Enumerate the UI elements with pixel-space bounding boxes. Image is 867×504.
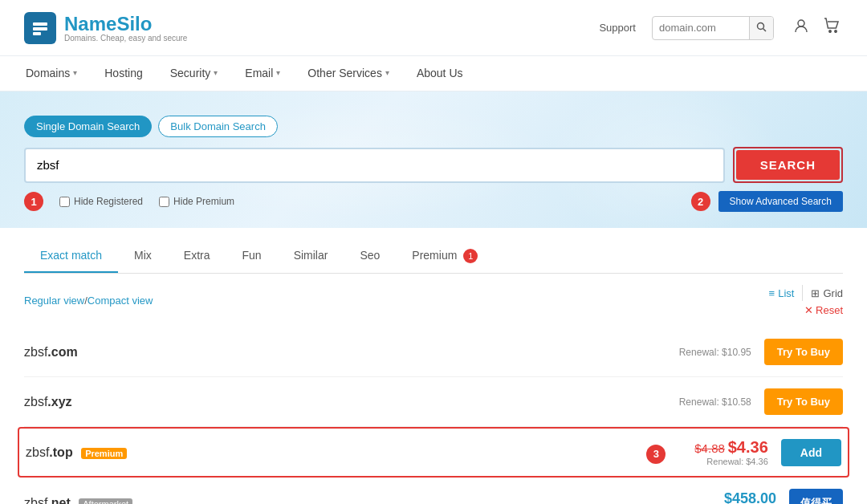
compact-view-link[interactable]: Compact view	[88, 295, 153, 307]
premium-label-top: Premium	[81, 448, 127, 459]
options-row: 1 Hide Registered Hide Premium 2 Show Ad…	[24, 191, 843, 212]
domain-row-xyz: zbsf.xyz Renewal: $10.58 Try To Buy	[24, 377, 843, 427]
tab-exact-match[interactable]: Exact match	[24, 241, 118, 273]
reset-button[interactable]: ✕ Reset	[804, 304, 843, 316]
list-icon: ≡	[769, 287, 775, 299]
tab-fun[interactable]: Fun	[226, 241, 278, 273]
domain-row-right-xyz: Renewal: $10.58 Try To Buy	[679, 388, 843, 415]
advanced-search-button[interactable]: Show Advanced Search	[718, 191, 843, 212]
search-btn-wrapper: SEARCH	[733, 147, 843, 183]
hide-registered-label[interactable]: Hide Registered	[59, 196, 143, 207]
price-stack-net: $458.00 Renewal: $11.79	[710, 490, 776, 505]
domain-name-net: zbsf.net Aftermarket	[24, 496, 710, 504]
price-strikethrough-top: $4.88	[694, 441, 725, 455]
logo-title: NameSilo	[64, 13, 187, 35]
top-search-button[interactable]	[749, 17, 773, 39]
main-nav: Domains ▾ Hosting Security ▾ Email ▾ Oth…	[0, 56, 867, 91]
cart-icon-button[interactable]	[820, 16, 843, 39]
nav-item-email[interactable]: Email ▾	[243, 56, 282, 91]
svg-point-7	[835, 30, 836, 32]
domain-row-com: zbsf.com Renewal: $10.95 Try To Buy	[24, 327, 843, 377]
hide-premium-checkbox[interactable]	[159, 197, 169, 207]
add-button-top[interactable]: Add	[781, 439, 841, 466]
view-links: Regular view/Compact view	[24, 295, 153, 307]
tab-extra[interactable]: Extra	[168, 241, 226, 273]
domain-name-top: zbsf.top Premium	[26, 445, 686, 460]
tab-seo[interactable]: Seo	[344, 241, 396, 273]
tab-premium[interactable]: Premium 1	[396, 241, 494, 273]
domain-row-right-net: $458.00 Renewal: $11.79 值得买	[710, 489, 843, 504]
tab-bulk-domain[interactable]: Bulk Domain Search	[158, 116, 278, 137]
domain-row-net: zbsf.net Aftermarket $458.00 Renewal: $1…	[24, 478, 843, 504]
grid-view-button[interactable]: ⊞ Grid	[811, 287, 843, 299]
svg-line-4	[763, 28, 767, 31]
try-to-buy-button-com[interactable]: Try To Buy	[764, 339, 843, 365]
hero-section: Single Domain Search Bulk Domain Search …	[0, 91, 867, 228]
domain-row-right-top: $4.88 $4.36 Renewal: $4.36 Add	[694, 438, 841, 466]
tab-single-domain[interactable]: Single Domain Search	[24, 116, 152, 137]
domain-list: zbsf.com Renewal: $10.95 Try To Buy zbsf…	[24, 327, 843, 504]
chevron-down-icon: ▾	[276, 68, 280, 77]
step1-wrapper: 1	[24, 192, 43, 211]
domain-name-xyz: zbsf.xyz	[24, 395, 679, 409]
domain-search-input[interactable]	[24, 148, 725, 183]
renewal-com: Renewal: $10.95	[679, 347, 751, 358]
hide-premium-label[interactable]: Hide Premium	[159, 196, 234, 207]
aftermarket-price-net: $458.00	[710, 490, 776, 505]
logo-tagline: Domains. Cheap, easy and secure	[64, 34, 187, 43]
nav-item-hosting[interactable]: Hosting	[103, 56, 144, 91]
domain-row-right-com: Renewal: $10.95 Try To Buy	[679, 339, 843, 365]
hide-registered-checkbox[interactable]	[59, 197, 70, 207]
aftermarket-label-net: Aftermarket	[79, 498, 132, 504]
close-icon: ✕	[804, 304, 813, 316]
domain-row-top: zbsf.top Premium 3 $4.88 $4.36 Renewal: …	[18, 427, 849, 478]
view-options: Regular view/Compact view ≡ List ⊞ Grid …	[24, 274, 843, 321]
renewal-xyz: Renewal: $10.58	[679, 396, 751, 408]
divider	[802, 285, 803, 301]
price-renewal-top: Renewal: $4.36	[694, 457, 768, 466]
logo-area: NameSilo Domains. Cheap, easy and secure	[24, 12, 187, 44]
aftermarket-button-net[interactable]: 值得买	[789, 489, 843, 504]
list-view-button[interactable]: ≡ List	[769, 287, 795, 299]
premium-badge: 1	[463, 249, 478, 263]
svg-rect-2	[33, 32, 41, 35]
search-tabs: Single Domain Search Bulk Domain Search	[24, 116, 843, 137]
svg-rect-1	[33, 27, 47, 30]
nav-item-other-services[interactable]: Other Services ▾	[306, 56, 391, 91]
header-icons	[790, 16, 843, 39]
domain-name-com: zbsf.com	[24, 345, 679, 360]
step2-badge: 2	[691, 192, 710, 211]
nav-item-about-us[interactable]: About Us	[415, 56, 465, 91]
view-controls: ≡ List ⊞ Grid ✕ Reset	[769, 285, 843, 316]
top-search-bar	[652, 16, 774, 40]
header: NameSilo Domains. Cheap, easy and secure…	[0, 0, 867, 56]
logo-text: NameSilo Domains. Cheap, easy and secure	[64, 13, 187, 43]
search-btn-border: SEARCH	[733, 147, 843, 183]
svg-point-5	[798, 20, 804, 26]
search-row: SEARCH	[24, 147, 843, 183]
top-search-input[interactable]	[653, 22, 749, 34]
svg-rect-0	[33, 22, 47, 26]
chevron-down-icon: ▾	[385, 68, 389, 77]
regular-view-link[interactable]: Regular view	[24, 295, 84, 307]
result-tabs: Exact match Mix Extra Fun Similar Seo Pr…	[24, 228, 843, 274]
user-icon-button[interactable]	[790, 16, 812, 39]
chevron-down-icon: ▾	[214, 68, 218, 77]
nav-item-domains[interactable]: Domains ▾	[24, 56, 79, 91]
svg-point-6	[829, 30, 831, 32]
chevron-down-icon: ▾	[73, 68, 77, 77]
header-right: Support	[599, 16, 843, 40]
try-to-buy-button-xyz[interactable]: Try To Buy	[764, 388, 843, 415]
support-link[interactable]: Support	[599, 22, 636, 34]
price-stack-top: $4.88 $4.36 Renewal: $4.36	[694, 438, 768, 466]
nav-item-security[interactable]: Security ▾	[169, 56, 220, 91]
grid-icon: ⊞	[811, 287, 820, 299]
view-buttons: ≡ List ⊞ Grid	[769, 285, 843, 301]
step1-badge: 1	[24, 192, 43, 211]
tab-mix[interactable]: Mix	[118, 241, 168, 273]
logo-icon	[24, 12, 56, 44]
step3-badge: 3	[646, 445, 666, 464]
price-main-top: $4.36	[728, 438, 768, 456]
search-button[interactable]: SEARCH	[736, 150, 840, 180]
tab-similar[interactable]: Similar	[278, 241, 344, 273]
